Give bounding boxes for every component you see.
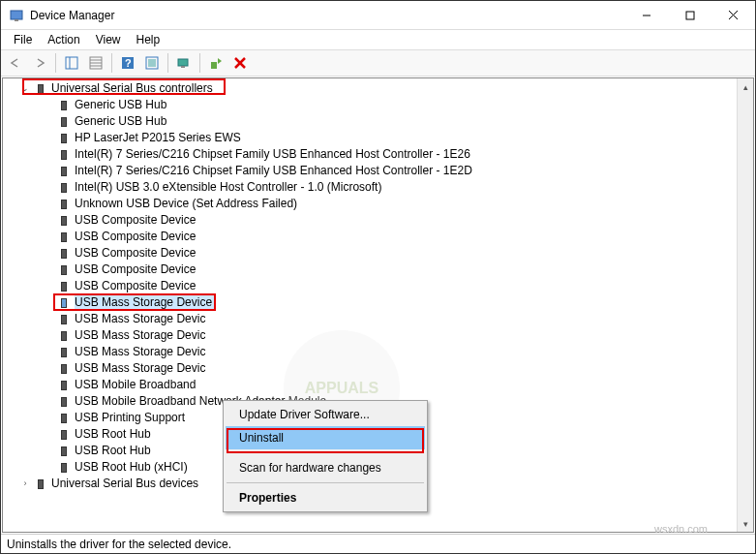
show-hide-tree-button[interactable] <box>61 52 82 74</box>
usb-icon <box>56 246 72 262</box>
item-label: Generic USB Hub <box>75 97 166 113</box>
item-label: USB Composite Device <box>75 278 196 294</box>
usb-icon <box>56 460 72 476</box>
context-properties[interactable]: Properties <box>226 486 425 509</box>
item-label: USB Composite Device <box>75 262 196 278</box>
help-button[interactable]: ? <box>117 52 138 74</box>
svg-text:?: ? <box>125 57 132 69</box>
scan-hardware-button[interactable] <box>173 52 195 74</box>
tree-item[interactable]: USB Composite Device <box>5 229 753 245</box>
tree-item[interactable]: USB Composite Device <box>5 212 753 229</box>
forward-button[interactable] <box>29 52 50 74</box>
usb-icon <box>56 262 72 278</box>
vertical-scrollbar[interactable]: ▴ ▾ <box>737 78 753 532</box>
chevron-right-icon[interactable]: › <box>18 477 32 491</box>
tree-item[interactable]: HP LaserJet P2015 Series EWS <box>5 130 753 146</box>
menu-file[interactable]: File <box>6 32 40 47</box>
svg-rect-0 <box>11 11 22 19</box>
svg-rect-15 <box>148 59 156 67</box>
minimize-button[interactable] <box>624 1 668 29</box>
usb-icon <box>56 230 72 245</box>
tree-item[interactable]: USB Mobile Broadband <box>5 377 753 393</box>
item-label: USB Composite Device <box>75 212 196 229</box>
statusbar: Uninstalls the driver for the selected d… <box>1 534 755 553</box>
svg-rect-6 <box>66 57 77 69</box>
usb-icon <box>56 164 72 179</box>
menu-separator <box>227 452 424 453</box>
item-label: USB Root Hub <box>75 426 151 443</box>
tree-item[interactable]: Intel(R) 7 Series/C216 Chipset Family US… <box>5 163 753 179</box>
usb-icon <box>56 180 72 196</box>
toolbar-sep <box>55 53 56 73</box>
tree-item[interactable]: USB Mass Storage Devic <box>5 327 753 344</box>
category-label: Universal Serial Bus controllers <box>51 80 213 97</box>
maximize-button[interactable] <box>668 1 711 29</box>
scroll-down-icon[interactable]: ▾ <box>738 515 754 532</box>
chevron-down-icon[interactable]: ⌄ <box>18 82 32 96</box>
titlebar: Device Manager <box>1 1 755 30</box>
update-driver-button[interactable] <box>205 52 227 74</box>
item-label: USB Mass Storage Devic <box>75 327 205 344</box>
usb-icon <box>56 427 72 443</box>
tree-item[interactable]: USB Composite Device <box>5 278 753 294</box>
menu-help[interactable]: Help <box>129 32 168 47</box>
usb-icon <box>33 81 48 97</box>
context-update-driver[interactable]: Update Driver Software... <box>226 403 425 426</box>
usb-icon <box>56 114 72 130</box>
device-tree-pane: APPUALS ⌄ Universal Serial Bus controlle… <box>2 77 754 533</box>
toolbar-sep <box>199 53 200 73</box>
item-label: USB Composite Device <box>75 245 196 262</box>
tree-item[interactable]: Unknown USB Device (Set Address Failed) <box>5 196 753 212</box>
tree-item[interactable]: USB Mass Storage Devic <box>5 360 753 377</box>
watermark-text: wsxdn.com <box>654 523 708 535</box>
tree-item[interactable]: Generic USB Hub <box>5 113 753 130</box>
usb-icon <box>56 131 72 146</box>
tree-category-usb-controllers[interactable]: ⌄ Universal Serial Bus controllers <box>5 80 753 97</box>
item-label: USB Composite Device <box>75 229 196 245</box>
usb-icon <box>56 279 72 294</box>
action-button[interactable] <box>141 52 163 74</box>
context-uninstall[interactable]: Uninstall <box>226 426 425 449</box>
window-title: Device Manager <box>30 9 624 22</box>
status-text: Uninstalls the driver for the selected d… <box>7 538 231 551</box>
usb-icon <box>56 361 72 377</box>
item-label: USB Mass Storage Device <box>75 294 214 311</box>
context-scan-hardware[interactable]: Scan for hardware changes <box>226 456 425 479</box>
tree-item[interactable]: Intel(R) USB 3.0 eXtensible Host Control… <box>5 179 753 196</box>
back-button[interactable] <box>5 52 26 74</box>
item-label: USB Mass Storage Devic <box>75 360 205 377</box>
usb-icon <box>56 411 72 426</box>
menu-view[interactable]: View <box>88 32 129 47</box>
menu-separator <box>227 482 424 483</box>
properties-button[interactable] <box>85 52 106 74</box>
item-label: Unknown USB Device (Set Address Failed) <box>75 196 297 212</box>
svg-rect-16 <box>178 59 188 66</box>
close-button[interactable] <box>711 1 755 29</box>
tree-item[interactable]: Intel(R) 7 Series/C216 Chipset Family US… <box>5 146 753 163</box>
tree-item[interactable]: USB Mass Storage Devic <box>5 311 753 327</box>
item-label: Generic USB Hub <box>75 113 166 130</box>
uninstall-button[interactable] <box>229 52 251 74</box>
device-manager-window: Device Manager File Action View Help ? <box>0 0 756 554</box>
scroll-up-icon[interactable]: ▴ <box>738 78 754 95</box>
tree-item[interactable]: Generic USB Hub <box>5 97 753 113</box>
usb-icon <box>56 328 72 344</box>
usb-icon <box>56 98 72 113</box>
usb-icon <box>56 213 72 229</box>
item-label: HP LaserJet P2015 Series EWS <box>75 130 241 146</box>
svg-rect-3 <box>686 12 694 19</box>
item-label: USB Root Hub (xHCI) <box>75 459 188 476</box>
tree-item-selected[interactable]: USB Mass Storage Device <box>5 294 753 311</box>
svg-rect-1 <box>15 19 18 21</box>
context-menu: Update Driver Software... Uninstall Scan… <box>223 400 428 512</box>
tree-item[interactable]: USB Composite Device <box>5 245 753 262</box>
tree-item[interactable]: USB Composite Device <box>5 262 753 278</box>
app-icon <box>9 8 24 23</box>
menu-action[interactable]: Action <box>40 32 87 47</box>
usb-icon <box>56 394 72 410</box>
item-label: USB Mobile Broadband <box>75 377 196 393</box>
usb-icon <box>56 197 72 212</box>
toolbar-sep <box>167 53 168 73</box>
tree-item[interactable]: USB Mass Storage Devic <box>5 344 753 360</box>
usb-icon <box>56 147 72 163</box>
